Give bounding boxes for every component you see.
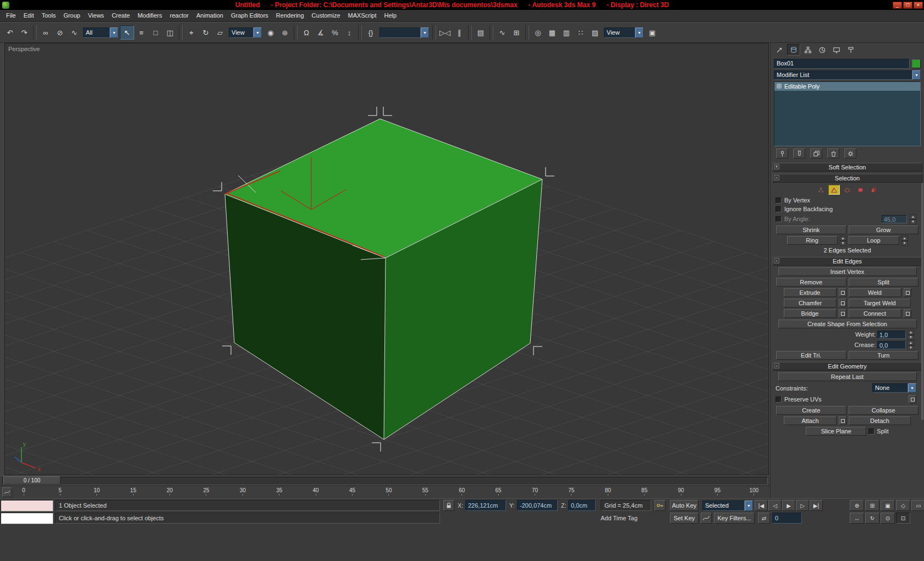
maximize-viewport-toggle[interactable]: ⊡ xyxy=(896,513,910,524)
border-subobject-button[interactable] xyxy=(842,185,853,195)
maxscript-mini-listener[interactable] xyxy=(1,513,53,524)
collapse-button[interactable]: Collapse xyxy=(849,406,919,415)
timeline-tick-35[interactable]: 35 xyxy=(272,487,287,496)
bridge-settings-button[interactable] xyxy=(839,309,846,318)
timeline-tick-40[interactable]: 40 xyxy=(309,487,323,496)
timeline-tick-85[interactable]: 85 xyxy=(637,487,652,496)
percent-snap-toggle[interactable]: % xyxy=(328,25,342,40)
configure-modifier-sets-button[interactable] xyxy=(844,148,856,158)
create-tab[interactable] xyxy=(773,44,786,56)
loop-button[interactable]: Loop xyxy=(849,236,899,245)
extrude-settings-button[interactable] xyxy=(839,288,846,297)
create-shape-from-selection-button[interactable]: Create Shape From Selection xyxy=(778,320,917,328)
render-options-button[interactable]: ▥ xyxy=(559,25,574,40)
redo-button[interactable]: ↷ xyxy=(17,25,31,40)
timeline-tick-5[interactable]: 5 xyxy=(53,487,67,496)
pin-stack-button[interactable] xyxy=(776,148,788,158)
timeline-tick-90[interactable]: 90 xyxy=(674,487,688,496)
turn-button[interactable]: Turn xyxy=(849,351,919,360)
chevron-down-icon[interactable]: ▼ xyxy=(908,383,916,393)
menu-reactor[interactable]: reactor xyxy=(166,10,193,21)
target-weld-button[interactable]: Target Weld xyxy=(849,299,911,307)
selection-lock-toggle[interactable] xyxy=(443,500,454,511)
menu-help[interactable]: Help xyxy=(381,10,401,21)
motion-tab[interactable] xyxy=(816,44,829,56)
perspective-viewport[interactable]: Perspective xyxy=(4,43,769,475)
zoom-all-button[interactable]: ⊞ xyxy=(865,500,879,511)
chevron-down-icon[interactable]: ▼ xyxy=(912,70,921,80)
timeline-tick-30[interactable]: 30 xyxy=(235,487,250,496)
ignore-backfacing-checkbox[interactable] xyxy=(776,206,782,212)
detach-button[interactable]: Detach xyxy=(849,416,911,425)
z-coordinate-field[interactable]: 0,0cm xyxy=(568,500,596,511)
menu-graph-editors[interactable]: Graph Editors xyxy=(227,10,272,21)
menu-tools[interactable]: Tools xyxy=(38,10,60,21)
timeline-tick-20[interactable]: 20 xyxy=(163,487,177,496)
menu-animation[interactable]: Animation xyxy=(193,10,227,21)
preserve-uvs-checkbox[interactable] xyxy=(776,397,782,403)
modify-tab[interactable] xyxy=(787,44,800,56)
current-frame-field[interactable]: 0 xyxy=(772,513,802,524)
key-filters-button[interactable]: Key Filters... xyxy=(714,513,755,524)
select-and-link-button[interactable]: ∞ xyxy=(38,25,53,40)
menu-customize[interactable]: Customize xyxy=(308,10,344,21)
add-time-tag[interactable]: Add Time Tag xyxy=(601,513,637,524)
quick-render-options-button[interactable]: ∷ xyxy=(574,25,588,40)
weight-spinner[interactable]: ▲▼ xyxy=(908,330,914,339)
weld-settings-button[interactable] xyxy=(904,288,911,297)
select-and-rotate-button[interactable]: ↻ xyxy=(199,25,213,40)
time-slider[interactable]: 0 / 100 xyxy=(3,476,61,485)
ring-spinner[interactable]: ▲▼ xyxy=(840,236,846,245)
edit-named-selection-sets-button[interactable]: {} xyxy=(364,25,378,40)
grow-button[interactable]: Grow xyxy=(849,226,919,234)
minimize-button[interactable]: _ xyxy=(893,2,902,9)
create-button[interactable]: Create xyxy=(776,406,846,415)
slice-plane-button[interactable]: Slice Plane xyxy=(806,427,866,436)
chamfer-button[interactable]: Chamfer xyxy=(784,299,837,307)
align-button[interactable]: ∥ xyxy=(452,25,466,40)
rollout-soft-selection[interactable]: + Soft Selection xyxy=(772,163,922,172)
menu-create[interactable]: Create xyxy=(108,10,134,21)
attach-button[interactable]: Attach xyxy=(784,416,837,425)
hierarchy-tab[interactable] xyxy=(801,44,815,56)
by-vertex-checkbox[interactable] xyxy=(776,197,782,204)
arc-rotate-button[interactable]: ↻ xyxy=(865,513,879,524)
restore-button[interactable]: □ xyxy=(903,2,912,9)
modifier-list-dropdown[interactable]: Modifier List ▼ xyxy=(774,70,921,80)
select-object-button[interactable]: ↖ xyxy=(120,25,134,40)
schematic-view-button[interactable]: ⊞ xyxy=(509,25,524,40)
field-of-view-button[interactable]: ◇ xyxy=(896,500,910,511)
shrink-button[interactable]: Shrink xyxy=(776,226,846,234)
collapse-icon[interactable]: - xyxy=(774,258,779,263)
bind-to-space-warp-button[interactable]: ∿ xyxy=(67,25,81,40)
by-angle-field[interactable]: 45,0 xyxy=(882,215,907,223)
menu-edit[interactable]: Edit xyxy=(20,10,38,21)
expand-icon[interactable]: + xyxy=(774,164,779,169)
rollout-selection[interactable]: - Selection xyxy=(772,174,922,183)
chevron-down-icon[interactable]: ▼ xyxy=(254,28,262,38)
object-color-swatch[interactable] xyxy=(912,59,921,68)
by-angle-spinner[interactable]: ▲▼ xyxy=(910,215,916,223)
weight-field[interactable]: 1,0 xyxy=(877,331,906,339)
zoom-region-button[interactable]: ▭ xyxy=(911,500,924,511)
timeline-tick-25[interactable]: 25 xyxy=(199,487,213,496)
timeline-tick-80[interactable]: 80 xyxy=(601,487,615,496)
snaps-toggle-button[interactable]: Ω xyxy=(299,25,314,40)
ring-button[interactable]: Ring xyxy=(787,236,838,245)
key-mode-dropdown[interactable]: Selected ▼ xyxy=(702,501,753,511)
utilities-tab[interactable] xyxy=(844,44,857,56)
set-key-button[interactable]: Set Key xyxy=(670,513,698,524)
chevron-down-icon[interactable]: ▼ xyxy=(421,28,429,38)
render-thumbnail-button[interactable]: ▨ xyxy=(588,25,602,40)
close-button[interactable]: × xyxy=(914,2,923,9)
render-scene-dialog-button[interactable]: ▦ xyxy=(545,25,559,40)
crease-field[interactable]: 0,0 xyxy=(877,341,906,349)
timeline-tick-0[interactable]: 0 xyxy=(16,487,31,496)
timeline-tick-95[interactable]: 95 xyxy=(710,487,724,496)
quick-render-button[interactable]: ▣ xyxy=(645,25,659,40)
viewport-label[interactable]: Perspective xyxy=(8,46,40,52)
window-crossing-toggle[interactable]: ◫ xyxy=(163,25,177,40)
keyboard-shortcut-override-toggle[interactable] xyxy=(654,500,666,511)
panel-scrollbar[interactable] xyxy=(921,183,923,420)
connect-button[interactable]: Connect xyxy=(849,309,901,318)
